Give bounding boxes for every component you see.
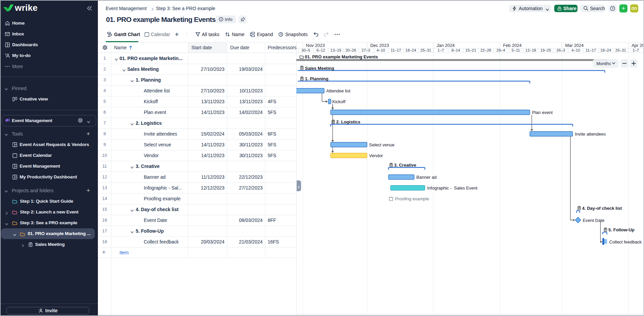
svg-text:?: ?: [612, 7, 614, 10]
svg-text:1. Planning: 1. Planning: [305, 76, 328, 81]
svg-text:Plan event: Plan event: [532, 110, 553, 115]
svg-text:26–3: 26–3: [557, 48, 565, 52]
svg-text:Nov 2023: Nov 2023: [306, 43, 325, 48]
svg-text:Months: Months: [596, 61, 611, 66]
svg-text:5–11: 5–11: [512, 48, 520, 52]
svg-text:Invite attendees: Invite attendees: [575, 132, 606, 137]
svg-text:18–24: 18–24: [600, 48, 612, 52]
svg-text:01. PRO example Marketing Even: 01. PRO example Marketing Events: [305, 54, 378, 59]
svg-text:2. Logistics: 2. Logistics: [336, 119, 360, 124]
svg-text:8–14: 8–14: [452, 48, 460, 52]
svg-text:Banner ad: Banner ad: [417, 175, 437, 180]
svg-text:Infographic - Sales Event: Infographic - Sales Event: [427, 185, 478, 191]
svg-text:11–17: 11–17: [391, 48, 401, 52]
svg-text:Jan 2024: Jan 2024: [437, 43, 455, 48]
svg-text:4–10: 4–10: [376, 48, 385, 52]
svg-text:Kickoff: Kickoff: [332, 99, 346, 104]
svg-text:12–18: 12–18: [526, 48, 536, 52]
svg-text:Select venue: Select venue: [369, 142, 395, 147]
svg-text:11–17: 11–17: [586, 48, 596, 52]
svg-text:3. Creative: 3. Creative: [394, 163, 417, 168]
svg-text:Mar 2024: Mar 2024: [565, 43, 584, 48]
svg-text:20–26: 20–26: [345, 48, 356, 52]
svg-text:15–21: 15–21: [465, 48, 476, 52]
svg-text:22–28: 22–28: [480, 48, 491, 52]
svg-text:Proofing example: Proofing example: [395, 196, 429, 201]
svg-text:Attendee list: Attendee list: [326, 88, 351, 93]
svg-text:25–31: 25–31: [421, 48, 431, 52]
svg-text:4. Day-of check list: 4. Day-of check list: [582, 206, 622, 211]
svg-text:Dec 2023: Dec 2023: [370, 43, 389, 48]
svg-text:4–10: 4–10: [571, 48, 580, 52]
svg-text:5. Follow-Up: 5. Follow-Up: [609, 227, 635, 232]
svg-text:18–24: 18–24: [405, 48, 417, 52]
svg-text:Event Date: Event Date: [583, 218, 605, 223]
svg-text:1–7: 1–7: [437, 48, 444, 52]
svg-text:29–4: 29–4: [497, 48, 505, 52]
svg-text:Feb 2024: Feb 2024: [503, 43, 521, 48]
svg-text:1–7: 1–7: [633, 48, 639, 52]
svg-text:Vendor: Vendor: [369, 153, 383, 158]
svg-text:30–5: 30–5: [301, 48, 310, 52]
svg-text:19–25: 19–25: [540, 48, 551, 52]
svg-text:27–3: 27–3: [361, 48, 370, 52]
svg-text:13–19: 13–19: [330, 48, 341, 52]
svg-text:Apr 20: Apr 20: [632, 43, 644, 48]
svg-text:25–31: 25–31: [615, 48, 626, 52]
svg-text:Sales Meeting: Sales Meeting: [305, 66, 334, 71]
svg-text:Collect feedback: Collect feedback: [609, 239, 642, 245]
svg-text:6–12: 6–12: [317, 48, 325, 52]
